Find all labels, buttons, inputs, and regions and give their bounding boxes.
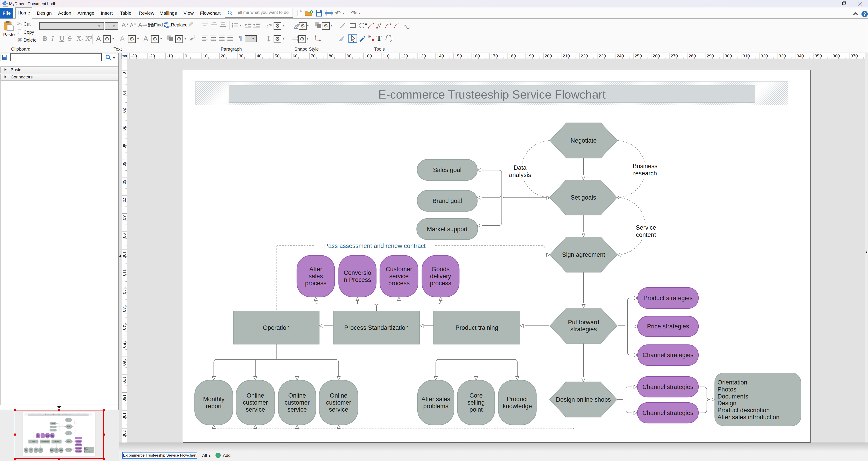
- svg-text:AB: AB: [164, 22, 168, 25]
- svg-text:130: 130: [122, 305, 127, 312]
- svg-text:-20: -20: [149, 54, 155, 58]
- svg-text:350: 350: [815, 54, 822, 58]
- svg-text:60: 60: [122, 179, 127, 184]
- svg-text:30: 30: [122, 126, 127, 131]
- svg-text:100: 100: [365, 54, 372, 58]
- svg-text:190: 190: [122, 412, 127, 420]
- svg-text:100: 100: [122, 251, 127, 258]
- svg-text:180: 180: [509, 54, 516, 58]
- svg-text:280: 280: [689, 54, 696, 58]
- svg-text:210: 210: [563, 54, 570, 58]
- svg-text:70: 70: [122, 197, 127, 202]
- svg-text:200: 200: [545, 54, 552, 58]
- svg-text:20: 20: [122, 108, 127, 112]
- svg-text:160: 160: [473, 54, 480, 58]
- svg-text:AC: AC: [166, 25, 170, 29]
- svg-text:0: 0: [122, 72, 127, 75]
- svg-text:260: 260: [653, 54, 660, 58]
- svg-text:220: 220: [581, 54, 588, 58]
- svg-text:110: 110: [122, 269, 127, 276]
- svg-text:120: 120: [122, 287, 127, 294]
- svg-text:160: 160: [122, 359, 127, 366]
- svg-text:290: 290: [707, 54, 714, 58]
- svg-text:310: 310: [743, 54, 750, 58]
- svg-text:250: 250: [635, 54, 642, 58]
- svg-text:360: 360: [833, 54, 840, 58]
- svg-text:20: 20: [221, 54, 225, 58]
- svg-text:170: 170: [491, 54, 498, 58]
- svg-text:80: 80: [329, 54, 334, 58]
- svg-text:10: 10: [203, 54, 208, 58]
- svg-text:30: 30: [239, 54, 244, 58]
- svg-text:-10: -10: [167, 54, 173, 58]
- svg-text:50: 50: [122, 162, 127, 166]
- svg-text:90: 90: [347, 54, 351, 58]
- svg-text:170: 170: [122, 376, 127, 384]
- svg-text:50: 50: [275, 54, 279, 58]
- svg-text:70: 70: [311, 54, 315, 58]
- svg-text:0: 0: [185, 54, 187, 58]
- svg-text:240: 240: [617, 54, 624, 58]
- svg-text:320: 320: [761, 54, 768, 58]
- svg-text:190: 190: [527, 54, 534, 58]
- svg-text:270: 270: [671, 54, 678, 58]
- svg-text:40: 40: [122, 144, 127, 148]
- svg-text:140: 140: [437, 54, 444, 58]
- svg-text:-30: -30: [131, 54, 137, 58]
- svg-text:200: 200: [122, 430, 127, 437]
- svg-text:90: 90: [122, 233, 127, 238]
- svg-text:370: 370: [850, 54, 858, 58]
- svg-text:40: 40: [257, 54, 261, 58]
- svg-text:340: 340: [797, 54, 804, 58]
- svg-text:150: 150: [122, 341, 127, 348]
- svg-text:60: 60: [293, 54, 298, 58]
- svg-text:180: 180: [122, 394, 127, 402]
- svg-text:150: 150: [455, 54, 462, 58]
- svg-text:230: 230: [599, 54, 606, 58]
- svg-text:300: 300: [725, 54, 732, 58]
- svg-text:330: 330: [779, 54, 786, 58]
- svg-text:130: 130: [419, 54, 426, 58]
- svg-text:10: 10: [122, 90, 127, 95]
- svg-text:120: 120: [401, 54, 408, 58]
- svg-text:80: 80: [122, 216, 127, 220]
- svg-text:140: 140: [122, 323, 127, 330]
